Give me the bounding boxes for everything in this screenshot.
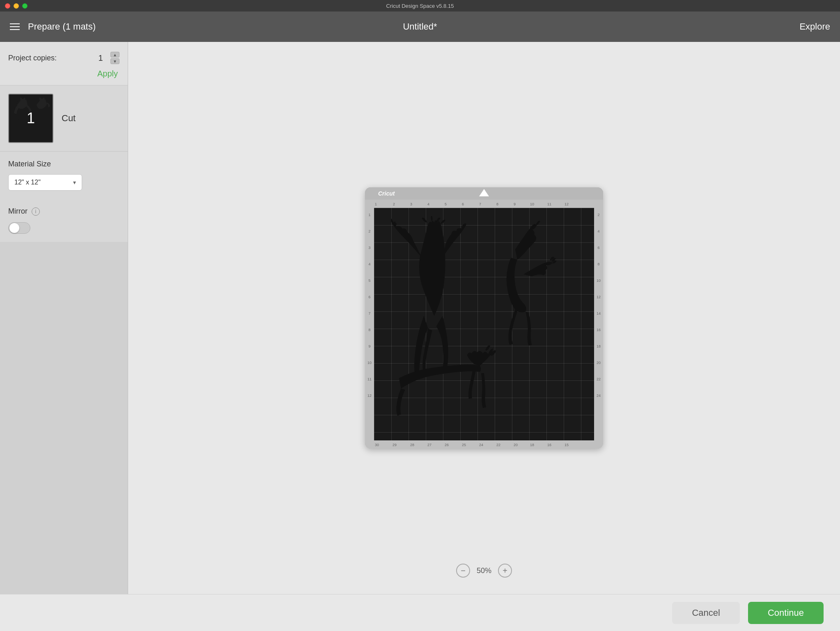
- material-size-label: Material Size: [8, 160, 119, 168]
- material-size-value: 12" x 12": [14, 179, 41, 186]
- mat-item: 1 Cut: [8, 94, 119, 143]
- material-size-dropdown[interactable]: 12" x 12" ▾: [8, 174, 82, 191]
- ruler-top-svg: 1 2 3 4 5 6 7 8 9 10 11 12: [374, 200, 594, 208]
- mat-operation-label: Cut: [62, 113, 76, 124]
- svg-text:6: 6: [462, 202, 464, 206]
- canvas-area: Cricut 1 2 3 4 5 6: [128, 42, 840, 594]
- cricut-logo-area: Cricut: [374, 187, 594, 200]
- svg-text:29: 29: [392, 443, 397, 447]
- material-size-section: Material Size 12" x 12" ▾: [0, 152, 128, 199]
- svg-text:25: 25: [462, 443, 466, 447]
- menu-icon[interactable]: [10, 23, 20, 30]
- svg-text:7: 7: [479, 202, 481, 206]
- ruler-corner-right: [594, 200, 603, 208]
- svg-text:26: 26: [445, 443, 449, 447]
- bottom-bar: Cancel Continue: [0, 594, 840, 631]
- svg-text:18: 18: [530, 443, 534, 447]
- cricut-logo: Cricut: [378, 190, 395, 197]
- ruler-bottom-svg: 30 29 28 27 26 25 24 22 20 18 16 15: [374, 440, 594, 449]
- mat-thumbnail[interactable]: 1: [8, 94, 53, 143]
- copies-decrement[interactable]: ▼: [110, 58, 119, 64]
- ruler-right-svg: 2 4 6 8 10 12 14 16 18 20 22 24: [594, 208, 603, 440]
- continue-button[interactable]: Continue: [748, 602, 824, 624]
- mirror-info-icon[interactable]: i: [32, 207, 40, 216]
- svg-text:10: 10: [597, 279, 601, 283]
- svg-text:30: 30: [375, 443, 379, 447]
- svg-text:8: 8: [368, 328, 370, 332]
- ruler-left: 1 2 3 4 5 6 7 8 9 10 11 12: [365, 208, 374, 440]
- traffic-lights: [5, 3, 28, 9]
- svg-text:8: 8: [597, 262, 599, 266]
- project-copies-row: Project copies: 1 ▲ ▼: [8, 52, 119, 64]
- svg-text:4: 4: [368, 262, 370, 266]
- mat-container: Cricut 1 2 3 4 5 6: [365, 187, 603, 449]
- explore-button[interactable]: Explore: [799, 21, 830, 32]
- mat-section: 1 Cut: [0, 85, 128, 152]
- svg-text:18: 18: [597, 344, 601, 348]
- toolbar: Prepare (1 mats) Untitled* Explore: [0, 12, 840, 42]
- svg-text:2: 2: [393, 202, 395, 206]
- ruler-top-numbers: 1 2 3 4 5 6 7 8 9 10 11 12: [374, 200, 594, 208]
- corner-top-right: [594, 187, 603, 200]
- zoom-level: 50%: [477, 567, 491, 575]
- ruler-bottom-right: [594, 440, 603, 449]
- svg-text:6: 6: [597, 246, 599, 250]
- maximize-button[interactable]: [22, 3, 28, 9]
- sidebar-bottom: [0, 242, 128, 594]
- ruler-left-svg: 1 2 3 4 5 6 7 8 9 10 11 12: [365, 208, 374, 440]
- creatures-svg: [374, 208, 594, 440]
- minimize-button[interactable]: [14, 3, 19, 9]
- toggle-knob: [9, 223, 19, 233]
- prepare-label: Prepare (1 mats): [28, 21, 96, 32]
- svg-text:16: 16: [597, 328, 601, 332]
- plus-icon: +: [503, 566, 507, 576]
- chevron-down-icon: ▾: [73, 179, 76, 186]
- ruler-bottom: 30 29 28 27 26 25 24 22 20 18 16 15: [365, 440, 603, 449]
- cancel-button[interactable]: Cancel: [672, 602, 739, 624]
- minus-icon: −: [461, 566, 466, 576]
- svg-text:2: 2: [597, 213, 599, 217]
- svg-text:4: 4: [597, 229, 599, 233]
- copies-input-group: 1 ▲ ▼: [93, 52, 119, 64]
- mat-load-arrow: [479, 189, 489, 196]
- copies-increment[interactable]: ▲: [110, 52, 119, 58]
- svg-text:3: 3: [410, 202, 412, 206]
- zoom-in-button[interactable]: +: [498, 564, 512, 578]
- svg-text:20: 20: [597, 361, 601, 365]
- top-ruler-row: Cricut: [365, 187, 603, 200]
- svg-text:15: 15: [565, 443, 569, 447]
- mirror-toggle[interactable]: [8, 222, 30, 234]
- svg-text:14: 14: [597, 311, 601, 316]
- zoom-out-button[interactable]: −: [456, 564, 470, 578]
- zoom-controls: − 50% +: [456, 564, 512, 578]
- toolbar-left: Prepare (1 mats): [10, 21, 96, 32]
- svg-text:10: 10: [530, 202, 534, 206]
- copies-spinners: ▲ ▼: [110, 52, 119, 64]
- grid-body: 1 2 3 4 5 6 7 8 9 10 11 12: [365, 208, 603, 440]
- apply-button[interactable]: Apply: [8, 69, 119, 78]
- close-button[interactable]: [5, 3, 10, 9]
- mat-outer: Cricut 1 2 3 4 5 6: [365, 187, 603, 449]
- svg-text:9: 9: [368, 344, 370, 348]
- svg-text:28: 28: [410, 443, 414, 447]
- svg-text:12: 12: [367, 394, 372, 398]
- svg-text:22: 22: [597, 377, 601, 381]
- svg-text:1: 1: [368, 213, 370, 217]
- corner-top-left: [365, 187, 374, 200]
- svg-text:2: 2: [368, 229, 370, 233]
- copies-value: 1: [93, 53, 108, 63]
- project-copies-section: Project copies: 1 ▲ ▼ Apply: [0, 42, 128, 85]
- ruler-bottom-numbers: 30 29 28 27 26 25 24 22 20 18 16 15: [374, 440, 594, 449]
- svg-text:24: 24: [597, 394, 601, 398]
- ruler-bottom-left: [365, 440, 374, 449]
- mat-grid: [374, 208, 594, 440]
- window-title: Cricut Design Space v5.8.15: [386, 3, 454, 9]
- svg-text:1: 1: [375, 202, 377, 206]
- mirror-label: Mirror: [8, 207, 28, 216]
- svg-text:4: 4: [427, 202, 429, 206]
- mirror-row: Mirror i: [8, 207, 119, 216]
- main-content: Project copies: 1 ▲ ▼ Apply: [0, 42, 840, 594]
- svg-text:8: 8: [496, 202, 498, 206]
- svg-text:7: 7: [368, 311, 370, 316]
- svg-text:3: 3: [368, 246, 370, 250]
